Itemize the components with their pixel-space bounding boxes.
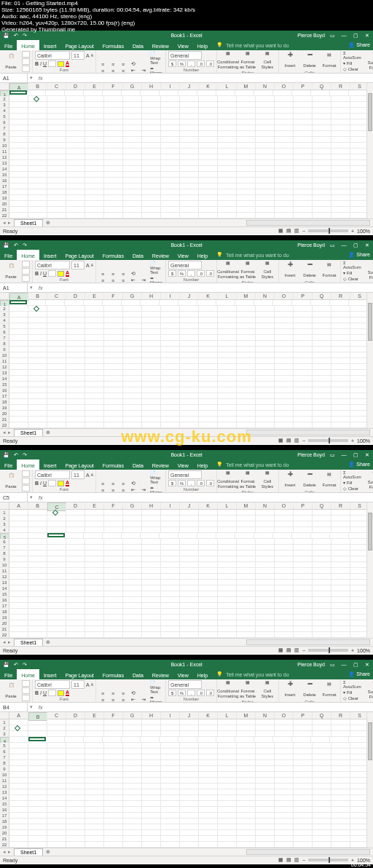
cell-O1[interactable]: [273, 300, 292, 306]
cell-A15[interactable]: [9, 382, 28, 387]
align-top-button[interactable]: ≡: [98, 61, 107, 67]
cell-J7[interactable]: [180, 545, 199, 551]
copy-button[interactable]: [22, 478, 30, 484]
vertical-scrollbar[interactable]: [366, 293, 373, 428]
cell-J2[interactable]: [180, 96, 199, 102]
cell-G11[interactable]: [123, 568, 142, 574]
cell-D21[interactable]: [66, 207, 85, 213]
cell-B3[interactable]: [28, 521, 47, 527]
align-center-button[interactable]: ≡: [109, 277, 117, 283]
cell-A14[interactable]: [9, 166, 28, 172]
cell-R12[interactable]: [331, 574, 350, 580]
cell-J4[interactable]: [178, 737, 197, 743]
row-head-20[interactable]: 20: [0, 830, 9, 836]
cell-K19[interactable]: [199, 824, 218, 830]
cell-B7[interactable]: [28, 754, 47, 760]
col-head-L[interactable]: L: [218, 293, 237, 299]
cell-D4[interactable]: [66, 527, 85, 533]
cell-D2[interactable]: [66, 306, 85, 312]
cell-J17[interactable]: [180, 813, 199, 818]
cell-K13[interactable]: [199, 370, 218, 376]
cell-C21[interactable]: [47, 417, 66, 422]
row-head-5[interactable]: 5: [0, 743, 9, 749]
row-head-18[interactable]: 18: [0, 189, 9, 195]
cell-G15[interactable]: [123, 172, 142, 178]
cell-F6[interactable]: [104, 539, 123, 545]
cell-H9[interactable]: [142, 556, 161, 562]
cell-B6[interactable]: [28, 119, 47, 125]
cell-N21[interactable]: [256, 207, 275, 213]
cell-N11[interactable]: [256, 358, 275, 364]
cell-O20[interactable]: [275, 411, 294, 417]
cell-L10[interactable]: [218, 772, 237, 778]
cell-K9[interactable]: [199, 347, 218, 352]
cell-A7[interactable]: [9, 125, 28, 131]
cell-A9[interactable]: [9, 347, 28, 352]
cell-G3[interactable]: [123, 102, 142, 108]
row-head-10[interactable]: 10: [0, 143, 9, 149]
cell-M7[interactable]: [237, 335, 256, 341]
cell-I7[interactable]: [161, 335, 180, 341]
cell-G18[interactable]: [123, 609, 142, 615]
row-head-20[interactable]: 20: [0, 620, 9, 626]
cell-L21[interactable]: [218, 417, 237, 422]
cell-C10[interactable]: [47, 562, 66, 568]
cell-L17[interactable]: [218, 184, 237, 189]
col-head-R[interactable]: R: [331, 502, 350, 509]
cell-G11[interactable]: [123, 778, 142, 784]
cell-D15[interactable]: [66, 382, 85, 387]
cell-B9[interactable]: [28, 766, 47, 772]
cell-E21[interactable]: [85, 836, 104, 842]
cell-H19[interactable]: [142, 195, 161, 201]
cell-R22[interactable]: [331, 213, 350, 218]
cell-F3[interactable]: [104, 102, 123, 108]
cell-B17[interactable]: [28, 184, 47, 189]
cell-J18[interactable]: [180, 609, 199, 615]
cell-M11[interactable]: [237, 778, 256, 784]
cell-O13[interactable]: [275, 789, 294, 795]
sheet-nav-next-icon[interactable]: ▸: [8, 220, 11, 226]
minimize-icon[interactable]: —: [339, 242, 348, 248]
cell-R18[interactable]: [331, 189, 350, 195]
cell-K10[interactable]: [199, 352, 218, 358]
name-box[interactable]: B4: [0, 703, 28, 711]
font-size-select[interactable]: 11: [71, 261, 85, 269]
cell-G16[interactable]: [123, 807, 142, 813]
cell-C10[interactable]: [47, 772, 66, 778]
cell-O10[interactable]: [275, 143, 294, 149]
cell-E16[interactable]: [85, 178, 104, 184]
cell-E10[interactable]: [85, 352, 104, 358]
cell-F8[interactable]: [104, 551, 123, 556]
cell-D18[interactable]: [66, 399, 85, 405]
horizontal-scrollbar[interactable]: [246, 639, 370, 645]
cell-R8[interactable]: [331, 760, 350, 766]
italic-button[interactable]: I: [40, 61, 42, 66]
cell-H2[interactable]: [142, 516, 161, 521]
cell-H21[interactable]: [142, 626, 161, 632]
tab-review[interactable]: Review: [148, 459, 173, 470]
cell-B19[interactable]: [28, 615, 47, 620]
border-button[interactable]: [48, 480, 56, 486]
cell-A12[interactable]: [9, 574, 28, 580]
cell-Q15[interactable]: [313, 172, 331, 178]
cell-O20[interactable]: [275, 830, 294, 836]
cell-C1[interactable]: [47, 719, 66, 725]
cell-P3[interactable]: [294, 731, 313, 737]
cell-D5[interactable]: [66, 323, 85, 329]
cell-O10[interactable]: [275, 772, 294, 778]
cell-H17[interactable]: [142, 184, 161, 189]
col-head-B[interactable]: B: [28, 293, 47, 299]
cell-L2[interactable]: [218, 306, 237, 312]
cell-F5[interactable]: [104, 323, 123, 329]
cell-O15[interactable]: [275, 382, 294, 387]
cell-P4[interactable]: [294, 317, 313, 323]
cell-M5[interactable]: [237, 743, 256, 749]
row-head-1[interactable]: 1: [0, 719, 9, 725]
cell-L8[interactable]: [218, 551, 237, 556]
col-head-R[interactable]: R: [331, 712, 350, 719]
cell-K7[interactable]: [199, 545, 218, 551]
cell-K12[interactable]: [199, 574, 218, 580]
tab-view[interactable]: View: [173, 250, 193, 260]
cell-L14[interactable]: [218, 585, 237, 591]
cell-B14[interactable]: [28, 166, 47, 172]
